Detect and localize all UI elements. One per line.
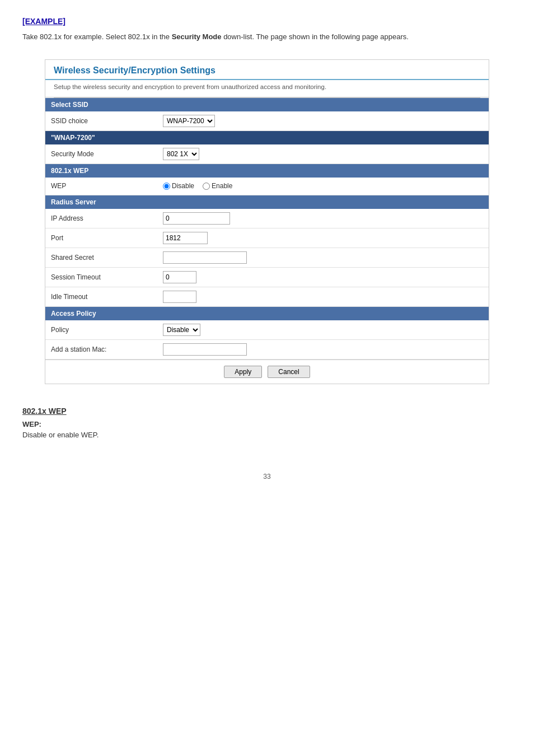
idle-timeout-row: Idle Timeout <box>45 287 489 307</box>
shared-secret-control[interactable] <box>163 251 483 264</box>
security-mode-label: Security Mode <box>51 150 163 158</box>
section-header-radius: Radius Server <box>45 195 489 209</box>
port-row: Port <box>45 228 489 248</box>
ssid-select[interactable]: WNAP-7200 <box>163 115 215 127</box>
ip-address-label: IP Address <box>51 214 163 222</box>
shared-secret-input[interactable] <box>163 251 247 264</box>
bottom-heading: 802.1x WEP <box>22 407 512 416</box>
mac-control[interactable] <box>163 343 483 356</box>
ip-address-input[interactable] <box>163 212 230 225</box>
port-control[interactable] <box>163 232 483 244</box>
ip-address-control[interactable] <box>163 212 483 225</box>
session-timeout-input[interactable] <box>163 271 196 283</box>
section-header-select-ssid: Select SSID <box>45 98 489 111</box>
port-input[interactable] <box>163 232 208 244</box>
section-header-802-wep: 802.1x WEP <box>45 164 489 178</box>
cancel-button[interactable]: Cancel <box>268 366 310 378</box>
shared-secret-label: Shared Secret <box>51 254 163 262</box>
ssid-control[interactable]: WNAP-7200 <box>163 115 483 127</box>
policy-row: Policy Disable Enable <box>45 320 489 340</box>
wireless-security-panel: Wireless Security/Encryption Settings Se… <box>45 59 489 384</box>
idle-timeout-control[interactable] <box>163 291 483 303</box>
wep-disable-text: Disable <box>172 182 194 190</box>
wep-description: Disable or enable WEP. <box>22 431 512 439</box>
section-header-access-policy: Access Policy <box>45 307 489 320</box>
wep-disable-label[interactable]: Disable <box>163 182 194 190</box>
idle-timeout-input[interactable] <box>163 291 196 303</box>
intro-bold: Security Mode <box>172 32 222 41</box>
intro-paragraph: Take 802.1x for example. Select 802.1x i… <box>22 31 512 43</box>
intro-text-before: Take 802.1x for example. Select 802.1x i… <box>22 32 172 41</box>
page-number: 33 <box>22 473 512 480</box>
ip-address-row: IP Address <box>45 209 489 228</box>
wep-enable-label[interactable]: Enable <box>203 182 232 190</box>
ssid-row: SSID choice WNAP-7200 <box>45 111 489 131</box>
apply-button[interactable]: Apply <box>224 366 262 378</box>
buttons-row: Apply Cancel <box>45 360 489 384</box>
section-header-wnap7200: "WNAP-7200" <box>45 131 489 144</box>
panel-title: Wireless Security/Encryption Settings <box>45 60 489 80</box>
security-mode-row: Security Mode 802 1X <box>45 144 489 164</box>
wep-enable-radio[interactable] <box>203 183 210 190</box>
policy-control[interactable]: Disable Enable <box>163 324 483 336</box>
port-label: Port <box>51 234 163 242</box>
security-mode-select[interactable]: 802 1X <box>163 148 199 160</box>
wep-radio-group: Disable Enable <box>163 182 483 190</box>
bottom-section: 802.1x WEP WEP: Disable or enable WEP. <box>22 407 512 439</box>
security-mode-control[interactable]: 802 1X <box>163 148 483 160</box>
mac-row: Add a station Mac: <box>45 340 489 360</box>
wep-enable-text: Enable <box>212 182 232 190</box>
wep-sub-label: WEP: <box>22 420 512 428</box>
ssid-label: SSID choice <box>51 117 163 125</box>
session-timeout-row: Session Timeout <box>45 268 489 287</box>
idle-timeout-label: Idle Timeout <box>51 293 163 301</box>
wep-control[interactable]: Disable Enable <box>163 182 483 190</box>
wep-row: WEP Disable Enable <box>45 178 489 195</box>
mac-label: Add a station Mac: <box>51 346 163 353</box>
policy-label: Policy <box>51 326 163 334</box>
session-timeout-label: Session Timeout <box>51 273 163 281</box>
session-timeout-control[interactable] <box>163 271 483 283</box>
shared-secret-row: Shared Secret <box>45 248 489 268</box>
example-heading: [EXAMPLE] <box>22 17 512 26</box>
policy-select[interactable]: Disable Enable <box>163 324 200 336</box>
intro-text-after: down-list. The page shown in the followi… <box>222 32 409 41</box>
mac-input[interactable] <box>163 343 247 356</box>
wep-disable-radio[interactable] <box>163 183 170 190</box>
panel-subtitle: Setup the wireless security and encrypti… <box>45 80 489 97</box>
wep-label: WEP <box>51 182 163 190</box>
